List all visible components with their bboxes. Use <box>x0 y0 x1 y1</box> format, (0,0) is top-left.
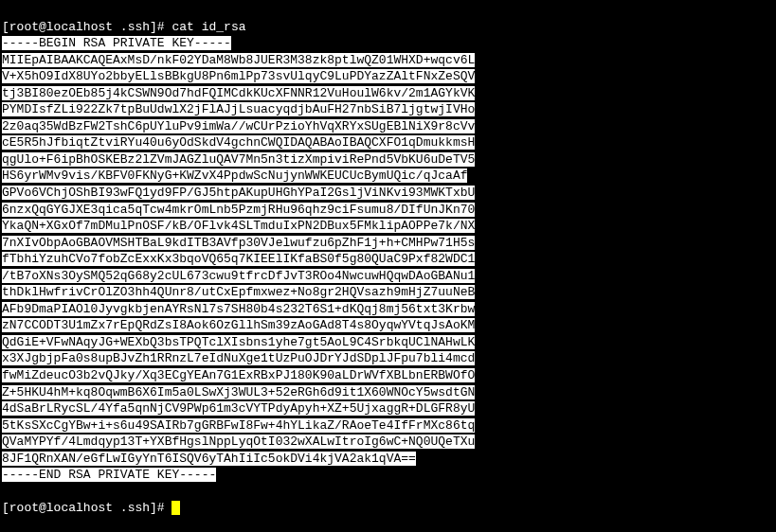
key-line: 2z0aq35WdBzFW2TshC6pUYluPv9imWa//wCUrPzi… <box>2 119 475 133</box>
key-line: thDklHwfrivCrOlZO3hh4QUnr8/utCxEpfmxwez+… <box>2 285 475 299</box>
key-line: QdGiE+VFwNAqyJG+WEXbQ3bsTPQTclXIsbns1yhe… <box>2 335 475 349</box>
key-line: MIIEpAIBAAKCAQEAxMsD/nkF02YDaM8Wb8JUER3M… <box>2 53 475 67</box>
prompt-user-host-2: root@localhost <box>9 501 113 515</box>
prompt-line-1: [root@localhost .ssh]# cat id_rsa <box>2 20 246 34</box>
cursor <box>171 501 180 515</box>
key-line: 5tKsSXcCgYBw+i+s6u49SAIRb7gGRBFwI8Fw+4hY… <box>2 418 475 433</box>
key-line: V+X5hO9IdX8UYo2bbyELlsBBkgU8Pn6mlPp73svU… <box>2 69 475 83</box>
key-line: 7nXIvObpAoGBAOVMSHTBaL9kdITB3AVfp30VJelw… <box>2 236 475 250</box>
key-line: Z+5HKU4hM+kq8OqwmB6X6Im5a0LSwXj3WUL3+52e… <box>2 385 475 399</box>
key-begin-marker: -----BEGIN RSA PRIVATE KEY----- <box>2 36 231 50</box>
key-body: MIIEpAIBAAKCAQEAxMsD/nkF02YDaM8Wb8JUER3M… <box>2 52 774 468</box>
prompt-bracket-close-2: ]# <box>150 501 165 515</box>
prompt-user-host: root@localhost <box>9 20 113 34</box>
key-line: 6nzxQqGYGJXE3qica5qTcw4mkrOmLnb5PzmjRHu9… <box>2 203 475 217</box>
key-line: 4dSaBrLRycSL/4Yfa5qnNjCV9PWp61m3cVYTPdyA… <box>2 401 475 416</box>
key-line: /tB7oXNs3OySMQ52qG68y2cUL673cwu9tfrcDfJv… <box>2 269 475 283</box>
prompt-bracket-open-2: [ <box>2 501 9 515</box>
key-line: HS6yrWMv9vis/KBFV0FKNyG+KWZvX4PpdwScNujy… <box>2 168 467 183</box>
prompt-bracket-close: ]# <box>150 20 165 34</box>
prompt-path-2: .ssh <box>120 501 150 515</box>
key-line: YkaQN+XGxOf7mDMulPnOSF/kB/OFlvk4SLTmduIx… <box>2 219 475 233</box>
command-text: cat id_rsa <box>171 20 245 34</box>
key-line: tj3BI80ezOEb85j4kCSWN9Od7hdFQIMCdkKUcXFN… <box>2 86 475 100</box>
key-line: fwMiZdeucO3b2vQJky/Xq3ECgYEAn7G1ExRBxPJ1… <box>2 368 475 382</box>
key-line: qgUlo+F6ipBhOSKEBz2lZVmJAGZluQAV7Mn5n3ti… <box>2 152 475 167</box>
key-line: zN7CCODT3U1mZx7rEpQRdZsI8Aok6OzGllhSm39z… <box>2 318 475 332</box>
key-line: x3XJgbjpFa0s8upBJvZh1RRnzL7eIdNuXge1tUzP… <box>2 351 475 365</box>
key-line: GPVo6VChjOShBI93wFQ1yd9FP/GJ5htpAKupUHGh… <box>2 186 475 200</box>
prompt-path: .ssh <box>120 20 150 34</box>
prompt-line-2: [root@localhost .ssh]# <box>2 501 171 515</box>
key-end-marker: -----END RSA PRIVATE KEY----- <box>2 468 216 482</box>
key-line: PYMDIsfZLi922Zk7tpBuUdwlX2jFlAJjLsuacyqd… <box>2 102 475 116</box>
terminal-output[interactable]: [root@localhost .ssh]# cat id_rsa -----B… <box>2 2 774 517</box>
key-line: 8JF1QRnXAN/eGfLwIGyYnT6ISQV6yTAhIiIc5okD… <box>2 452 416 466</box>
prompt-bracket-open: [ <box>2 20 9 34</box>
key-line: fTbhiYzuhCVo7fobZcExxKx3bqoVQ65q7KIEElIK… <box>2 252 475 266</box>
key-line: AFb9DmaPIAOl0JyvgkbjenAYRsNl7s7SH80b4s23… <box>2 302 475 316</box>
key-line: QVaMYPYf/4Lmdqyp13T+YXBfHgslNppLyqOtI032… <box>2 434 475 449</box>
key-line: cE5R5hJfbiqtZtviRYu40u6yOdSkdV4gchnCWQID… <box>2 135 475 150</box>
